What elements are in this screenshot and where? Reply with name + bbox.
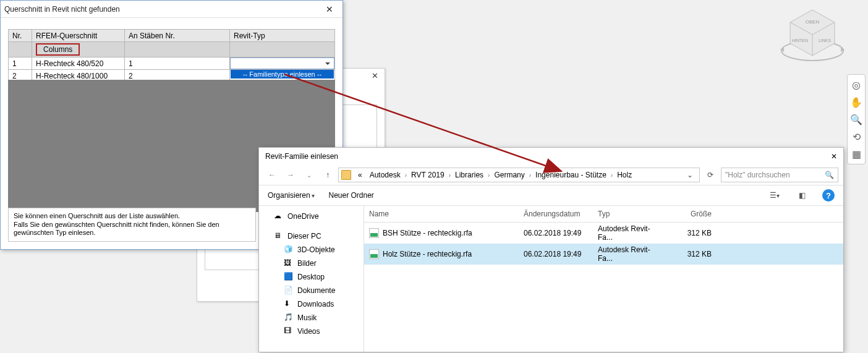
th-nr[interactable]: Nr. bbox=[9, 30, 32, 42]
folder-icon bbox=[341, 170, 351, 180]
nav-documents[interactable]: 📄Dokumente bbox=[259, 284, 364, 297]
crumb[interactable]: Ingenieurbau - Stütze bbox=[532, 171, 610, 179]
nav-thispc[interactable]: 🖥Dieser PC bbox=[259, 229, 364, 243]
new-folder-button[interactable]: Neuer Ordner bbox=[328, 191, 373, 200]
nav-up-icon[interactable]: ↑ bbox=[320, 168, 336, 182]
th-stab[interactable]: An Stäben Nr. bbox=[125, 30, 230, 42]
desktop-icon: 🟦 bbox=[284, 272, 294, 282]
category-label: Columns bbox=[36, 43, 80, 56]
nav-zoom-icon[interactable]: 🔍 bbox=[848, 111, 864, 127]
view-mode-icon[interactable]: ☰ bbox=[768, 189, 781, 202]
querschnitt-table[interactable]: Nr. RFEM-Querschnitt An Stäben Nr. Revit… bbox=[8, 29, 335, 82]
dlg2-title: Revit-Familie einlesen bbox=[265, 148, 338, 165]
pc-icon: 🖥 bbox=[274, 231, 284, 241]
downloads-icon: ⬇ bbox=[284, 299, 294, 309]
col-size[interactable]: Größe bbox=[667, 206, 717, 222]
nav-orbit-icon[interactable]: ⟲ bbox=[848, 129, 864, 145]
file-row[interactable]: Holz Stütze - rechteckig.rfa 06.02.2018 … bbox=[364, 244, 843, 265]
col-type[interactable]: Typ bbox=[593, 206, 667, 222]
dlg1-close-icon[interactable]: ✕ bbox=[320, 1, 339, 18]
nav-back-icon[interactable]: ← bbox=[264, 168, 280, 182]
crumb[interactable]: Libraries bbox=[452, 171, 487, 179]
bc-prefix[interactable]: « bbox=[355, 171, 365, 179]
nav-pictures[interactable]: 🖼Bilder bbox=[259, 257, 364, 270]
crumb[interactable]: Germany bbox=[491, 171, 527, 179]
bc-expand-icon[interactable]: ⌄ bbox=[683, 171, 697, 179]
crumb[interactable]: Holz bbox=[614, 171, 635, 179]
revit-type-select[interactable]: -- Familientype einlesen -- bbox=[230, 57, 334, 69]
nav-dropdown-icon[interactable]: ⌄ bbox=[301, 168, 317, 182]
dlg2-close-icon[interactable]: ✕ bbox=[831, 148, 837, 165]
pictures-icon: 🖼 bbox=[284, 258, 294, 268]
preview-pane-icon[interactable]: ◧ bbox=[795, 189, 809, 202]
organize-menu[interactable]: Organisieren bbox=[268, 191, 315, 200]
viewcube-top-label: OBEN bbox=[806, 19, 820, 25]
view-cube[interactable]: OBEN HINTEN LINKS bbox=[775, 6, 849, 68]
dlg1-title: Querschnitt in Revit nicht gefunden bbox=[4, 1, 120, 18]
col-name[interactable]: Name bbox=[364, 206, 519, 222]
nav-look-icon[interactable]: ▦ bbox=[848, 146, 864, 162]
col-date[interactable]: Änderungsdatum bbox=[519, 206, 593, 222]
help-icon[interactable]: ? bbox=[822, 189, 835, 202]
crumb[interactable]: Autodesk bbox=[367, 171, 404, 179]
refresh-icon[interactable]: ⟳ bbox=[702, 171, 718, 179]
table-row[interactable]: 1 H-Rechteck 480/520 1 -- Familientype e… bbox=[9, 57, 335, 70]
search-input[interactable]: "Holz" durchsuchen 🔍 bbox=[721, 168, 838, 182]
viewcube-right-label: LINKS bbox=[819, 38, 832, 43]
nav-pan-icon[interactable]: ✋ bbox=[848, 94, 864, 110]
nav-wheel-icon[interactable]: ◎ bbox=[848, 77, 864, 93]
hint-box: Sie können einen Querschnitt aus der Lis… bbox=[8, 208, 256, 242]
category-row[interactable]: Columns bbox=[9, 42, 335, 57]
onedrive-icon: ☁ bbox=[274, 211, 284, 221]
rfa-file-icon bbox=[369, 249, 379, 259]
nav-desktop[interactable]: 🟦Desktop bbox=[259, 270, 364, 284]
nav-downloads[interactable]: ⬇Downloads bbox=[259, 297, 364, 311]
cube-icon: 🧊 bbox=[284, 245, 294, 255]
file-open-dialog: Revit-Familie einlesen ✕ ← → ⌄ ↑ « Autod… bbox=[258, 147, 844, 352]
music-icon: 🎵 bbox=[284, 313, 294, 323]
search-placeholder: "Holz" durchsuchen bbox=[725, 171, 790, 179]
nav-3dobjects[interactable]: 🧊3D-Objekte bbox=[259, 243, 364, 257]
file-list[interactable]: Name Änderungsdatum Typ Größe BSH Stütze… bbox=[364, 206, 843, 352]
revit-type-option[interactable]: -- Familientype einlesen -- bbox=[231, 70, 334, 79]
search-icon: 🔍 bbox=[825, 171, 834, 179]
th-revit[interactable]: Revit-Typ bbox=[230, 30, 335, 42]
documents-icon: 📄 bbox=[284, 286, 294, 296]
crumb[interactable]: RVT 2019 bbox=[408, 171, 448, 179]
nav-music[interactable]: 🎵Musik bbox=[259, 311, 364, 325]
nav-onedrive[interactable]: ☁OneDrive bbox=[259, 210, 364, 223]
bg-close-icon[interactable]: ✕ bbox=[367, 71, 382, 83]
nav-fwd-icon: → bbox=[283, 168, 299, 182]
nav-toolbar: ◎ ✋ 🔍 ⟲ ▦ bbox=[847, 74, 866, 164]
nav-tree[interactable]: ☁OneDrive 🖥Dieser PC 🧊3D-Objekte 🖼Bilder… bbox=[259, 206, 364, 352]
videos-icon: 🎞 bbox=[284, 326, 294, 336]
breadcrumb[interactable]: « Autodesk› RVT 2019› Libraries› Germany… bbox=[338, 168, 700, 182]
rfa-file-icon bbox=[369, 228, 379, 238]
viewcube-left-label: HINTEN bbox=[792, 38, 808, 43]
file-row[interactable]: BSH Stütze - rechteckig.rfa 06.02.2018 1… bbox=[364, 223, 843, 244]
nav-videos[interactable]: 🎞Videos bbox=[259, 325, 364, 338]
th-rfem[interactable]: RFEM-Querschnitt bbox=[32, 30, 125, 42]
